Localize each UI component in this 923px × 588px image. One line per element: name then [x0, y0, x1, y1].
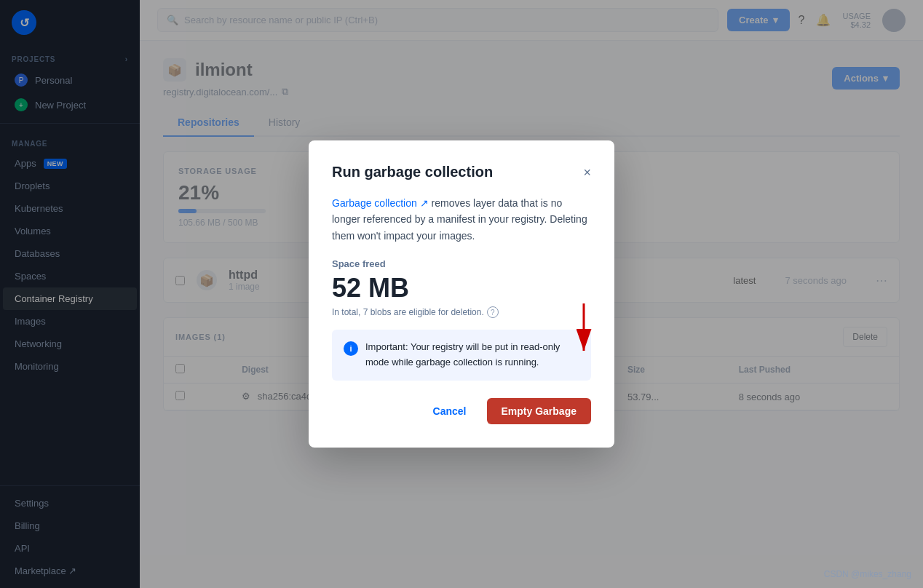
info-icon: i: [344, 341, 358, 356]
important-notice: i Important: Your registry will be put i…: [332, 330, 591, 381]
space-freed-section: Space freed 52 MB In total, 7 blobs are …: [332, 258, 591, 318]
important-text: Important: Your registry will be put in …: [365, 340, 579, 370]
garbage-collection-link[interactable]: Garbage collection ↗: [332, 197, 429, 209]
space-freed-value: 52 MB: [332, 272, 591, 303]
modal-header: Run garbage collection ×: [332, 164, 591, 180]
watermark: CSDN @mikes_zhang: [824, 569, 911, 579]
modal-description: Garbage collection ↗ removes layer data …: [332, 195, 591, 244]
empty-garbage-button[interactable]: Empty Garbage: [487, 398, 591, 424]
garbage-collection-modal: Run garbage collection × Garbage collect…: [309, 140, 614, 448]
blobs-text: In total, 7 blobs are eligible for delet…: [332, 307, 484, 317]
space-freed-label: Space freed: [332, 258, 591, 269]
cancel-button[interactable]: Cancel: [421, 400, 478, 423]
blobs-help-icon[interactable]: ?: [487, 306, 499, 318]
blobs-info: In total, 7 blobs are eligible for delet…: [332, 306, 591, 318]
modal-title: Run garbage collection: [332, 164, 493, 180]
modal-footer: Cancel Empty Garbage: [332, 398, 591, 424]
modal-close-button[interactable]: ×: [583, 166, 591, 179]
